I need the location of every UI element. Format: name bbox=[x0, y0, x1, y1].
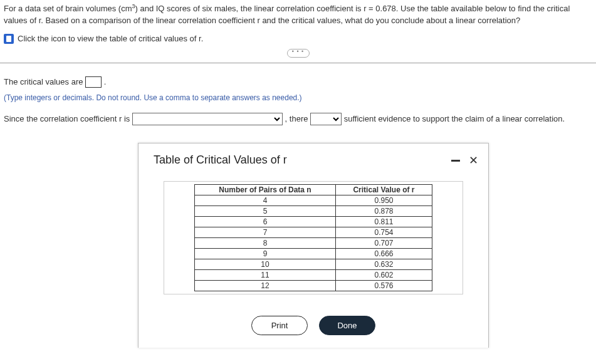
modal-title: Table of Critical Values of r bbox=[154, 153, 287, 167]
comparison-select[interactable] bbox=[132, 113, 283, 125]
cell-n: 5 bbox=[195, 206, 336, 217]
print-button[interactable]: Print bbox=[251, 316, 308, 335]
table-row: 110.602 bbox=[195, 270, 432, 281]
minimize-icon[interactable] bbox=[451, 160, 460, 162]
cell-n: 4 bbox=[195, 195, 336, 206]
cell-r: 0.576 bbox=[335, 281, 432, 291]
table-container: Number of Pairs of Data n Critical Value… bbox=[164, 181, 463, 294]
tail-label: sufficient evidence to support the claim… bbox=[344, 114, 565, 123]
table-row: 100.632 bbox=[195, 259, 432, 270]
cell-r: 0.602 bbox=[335, 270, 432, 281]
critical-values-table: Number of Pairs of Data n Critical Value… bbox=[194, 184, 432, 291]
close-icon[interactable]: ✕ bbox=[469, 153, 478, 167]
table-header-row: Number of Pairs of Data n Critical Value… bbox=[195, 185, 432, 195]
question-part1: For a data set of brain volumes (cm bbox=[4, 4, 132, 13]
modal-header: Table of Critical Values of r ✕ bbox=[139, 143, 488, 174]
crit-values-label-after: . bbox=[104, 77, 107, 86]
question-text: For a data set of brain volumes (cm3) an… bbox=[0, 0, 596, 29]
table-row: 70.754 bbox=[195, 227, 432, 238]
cell-n: 8 bbox=[195, 238, 336, 249]
there-label: , there bbox=[285, 114, 310, 123]
table-link-label: Click the icon to view the table of crit… bbox=[18, 34, 203, 43]
expand-dots-button[interactable] bbox=[287, 49, 310, 58]
critical-values-line: The critical values are . bbox=[4, 75, 592, 89]
document-icon bbox=[4, 34, 14, 44]
cell-n: 11 bbox=[195, 270, 336, 281]
crit-values-label-before: The critical values are bbox=[4, 77, 85, 86]
input-hint: (Type integers or decimals. Do not round… bbox=[4, 91, 592, 105]
cell-n: 10 bbox=[195, 259, 336, 270]
header-r: Critical Value of r bbox=[335, 185, 432, 195]
table-row: 90.666 bbox=[195, 249, 432, 259]
critical-values-input[interactable] bbox=[85, 76, 102, 88]
table-row: 80.707 bbox=[195, 238, 432, 249]
modal-button-row: Print Done bbox=[139, 307, 488, 348]
since-label: Since the correlation coefficient r is bbox=[4, 114, 132, 123]
table-row: 50.878 bbox=[195, 206, 432, 217]
cell-n: 6 bbox=[195, 217, 336, 227]
cell-n: 7 bbox=[195, 227, 336, 238]
cell-r: 0.707 bbox=[335, 238, 432, 249]
table-link[interactable]: Click the icon to view the table of crit… bbox=[0, 31, 596, 46]
cell-r: 0.950 bbox=[335, 195, 432, 206]
answer-area: The critical values are . (Type integers… bbox=[0, 72, 596, 128]
modal-controls: ✕ bbox=[451, 153, 478, 167]
table-row: 40.950 bbox=[195, 195, 432, 206]
correlation-sentence: Since the correlation coefficient r is ,… bbox=[4, 112, 592, 126]
cell-r: 0.754 bbox=[335, 227, 432, 238]
cell-r: 0.632 bbox=[335, 259, 432, 270]
done-button[interactable]: Done bbox=[319, 316, 375, 335]
cell-r: 0.811 bbox=[335, 217, 432, 227]
table-row: 120.576 bbox=[195, 281, 432, 291]
cell-r: 0.878 bbox=[335, 206, 432, 217]
cell-n: 12 bbox=[195, 281, 336, 291]
sufficiency-select[interactable] bbox=[310, 113, 342, 125]
section-divider bbox=[0, 63, 596, 63]
table-row: 60.811 bbox=[195, 217, 432, 227]
critical-values-modal: Table of Critical Values of r ✕ Number o… bbox=[138, 143, 489, 348]
header-n: Number of Pairs of Data n bbox=[195, 185, 336, 195]
cell-n: 9 bbox=[195, 249, 336, 259]
cell-r: 0.666 bbox=[335, 249, 432, 259]
